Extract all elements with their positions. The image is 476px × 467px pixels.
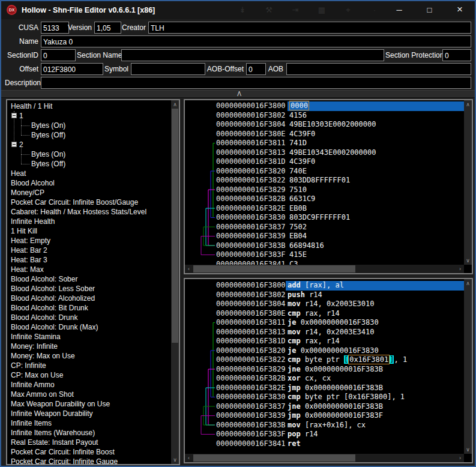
tree-item[interactable]: CP: Infinite xyxy=(11,361,46,370)
scroll-left-icon[interactable]: ‹ xyxy=(185,266,193,272)
tree-item[interactable]: Pocket Car Circuit: Infinite Gauge xyxy=(11,457,118,464)
hex-row[interactable]: 00000000016F383B66894816 xyxy=(185,241,464,251)
hex-row[interactable]: 00000000016F381349BE10343E0002000000 xyxy=(185,148,464,158)
asm-row[interactable]: 00000000016F3829jne 0x00000000016F383B xyxy=(185,365,464,375)
tree-item[interactable]: Blood Alcohol: Drunk xyxy=(11,313,77,322)
tree-item[interactable]: Pocket Car Circuit: Infinite Boost/Gauge xyxy=(11,197,138,207)
symbol-input[interactable] xyxy=(131,63,205,75)
version-input[interactable] xyxy=(94,22,121,34)
asm-row[interactable]: 00000000016F3800add [rax], al xyxy=(185,281,464,291)
tree-item[interactable]: 1 Hit Kill xyxy=(11,226,37,236)
hex-row[interactable]: 00000000016F38297510 xyxy=(185,185,464,195)
tree-collapse-box[interactable] xyxy=(11,113,17,118)
asm-row[interactable]: 00000000016F381Dcmp rax, r14 xyxy=(185,337,464,346)
tree-item[interactable]: Max Ammo on Shot xyxy=(11,390,74,399)
name-input[interactable] xyxy=(41,35,471,47)
tree-item[interactable]: Money: Infinite xyxy=(11,342,58,351)
aob-input[interactable] xyxy=(286,63,471,75)
hex-row[interactable]: 00000000016F3811741D xyxy=(185,139,464,148)
scroll-right-icon[interactable]: › xyxy=(456,266,464,272)
hex-row[interactable]: 00000000016F3822803DD8FFFFFF01 xyxy=(185,176,464,185)
scrollbar-thumb[interactable] xyxy=(193,454,355,462)
tree-item[interactable]: Blood Alcohol: Less Sober xyxy=(11,284,95,294)
scrollbar-thumb[interactable] xyxy=(172,109,178,343)
asm-vertical-scrollbar[interactable]: ∧ ∨ xyxy=(464,279,472,454)
hex-vertical-scrollbar[interactable]: ∧ ∨ xyxy=(464,100,472,265)
maximize-button[interactable]: □ xyxy=(416,2,444,20)
tree-item[interactable]: Heat xyxy=(11,169,26,178)
hex-row[interactable]: 00000000016F380449BE10303E0002000000 xyxy=(185,120,464,130)
hex-row[interactable]: 00000000016F383F415E xyxy=(185,250,464,260)
section-id-input[interactable] xyxy=(41,49,76,61)
tree-item[interactable]: Infinite Items xyxy=(11,418,52,428)
tree-item[interactable]: Blood Alcohol: Sober xyxy=(11,274,77,284)
asm-row[interactable]: 00000000016F3820je 0x00000000016F3830 xyxy=(185,346,464,356)
tree-item[interactable]: Infinite Items (Warehouse) xyxy=(11,428,95,438)
tree-item[interactable]: Blood Alcohol: Alcoholized xyxy=(11,294,95,303)
scroll-up-icon[interactable]: ∧ xyxy=(464,101,472,107)
tree-item[interactable]: Heat: Max xyxy=(11,265,44,274)
tree-item[interactable]: Bytes (On) xyxy=(31,149,65,159)
asm-row[interactable]: 00000000016F3822cmp byte ptr [0x16F3801]… xyxy=(185,355,464,365)
scroll-down-icon[interactable]: ∨ xyxy=(171,457,179,463)
tree-item[interactable]: Bytes (On) xyxy=(31,121,65,130)
tree-item[interactable]: Blood Alcohol xyxy=(11,178,55,188)
asm-row[interactable]: 00000000016F3804mov r14, 0x2003E3010 xyxy=(185,300,464,309)
asm-row[interactable]: 00000000016F383Fpop r14 xyxy=(185,430,464,439)
tree-item[interactable]: Heat: Bar 3 xyxy=(11,255,47,265)
tree-item[interactable]: Infinite Health xyxy=(11,217,55,226)
asm-horizontal-scrollbar[interactable]: ‹ › xyxy=(185,454,464,462)
creator-input[interactable] xyxy=(148,22,471,34)
hex-row[interactable]: 00000000016F381D4C39F0 xyxy=(185,157,464,167)
asm-row[interactable]: 00000000016F3811je 0x00000000016F3830 xyxy=(185,318,464,328)
minimize-button[interactable]: ─ xyxy=(385,2,413,20)
hex-row[interactable]: 00000000016F3830803DC9FFFFFF01 xyxy=(185,213,464,223)
asm-row[interactable]: 00000000016F383Bmov [rax+0x16], cx xyxy=(185,421,464,430)
tree-item[interactable]: Infinite Weapon Durability xyxy=(11,409,93,418)
tree-item[interactable]: Money: Max on Use xyxy=(11,351,75,361)
collapse-splitter-button[interactable]: Λ xyxy=(1,90,476,98)
asm-row[interactable]: 00000000016F3802push r14 xyxy=(185,291,464,300)
tree-item[interactable]: Bytes (Off) xyxy=(31,130,65,140)
tree-item[interactable]: Cabaret: Health / Max Hostess Stats/Leve… xyxy=(11,207,146,217)
scroll-right-icon[interactable]: › xyxy=(456,455,464,461)
tree-item[interactable]: Infinite Ammo xyxy=(11,380,55,390)
tree-item[interactable]: Money/CP xyxy=(11,188,44,197)
section-protection-input[interactable] xyxy=(442,49,471,61)
asm-row[interactable]: 00000000016F3841ret xyxy=(185,439,464,449)
hex-row[interactable]: 00000000016F382B6631C9 xyxy=(185,194,464,204)
asm-row[interactable]: 00000000016F3839jmp 0x00000000016F383F xyxy=(185,411,464,421)
description-input[interactable] xyxy=(41,77,471,89)
tree-item[interactable]: Heat: Empty xyxy=(11,236,50,246)
scroll-down-icon[interactable]: ∨ xyxy=(464,447,472,453)
cusa-input[interactable] xyxy=(41,22,69,34)
tree-item[interactable]: Blood Alcohol: Drunk (Max) xyxy=(11,322,98,332)
hex-row[interactable]: 00000000016F38000000 xyxy=(185,101,464,111)
asm-row[interactable]: 00000000016F3813mov r14, 0x2003E3410 xyxy=(185,328,464,337)
hex-horizontal-scrollbar[interactable]: ‹ › xyxy=(185,265,464,273)
tree-item[interactable]: Real Estate: Instant Payout xyxy=(11,438,98,447)
titlebar[interactable]: DX Hollow - Shn-File Editor v0.6.6.1 [x8… xyxy=(1,1,475,19)
asm-row[interactable]: 00000000016F380Ecmp rax, r14 xyxy=(185,309,464,319)
section-name-input[interactable] xyxy=(121,49,384,61)
tree-item[interactable]: Max Weapon Durability on Use xyxy=(11,399,110,409)
tree-item[interactable]: Bytes (Off) xyxy=(31,159,65,169)
tree-item[interactable]: CP: Max on Use xyxy=(11,370,63,380)
close-button[interactable]: × xyxy=(446,1,474,19)
hex-row[interactable]: 00000000016F380E4C39F0 xyxy=(185,130,464,139)
scroll-up-icon[interactable]: ∧ xyxy=(171,101,179,107)
asm-row[interactable]: 00000000016F382Ejmp 0x00000000016F383B xyxy=(185,384,464,393)
hex-row[interactable]: 00000000016F3841C3 xyxy=(185,260,464,265)
scroll-left-icon[interactable]: ‹ xyxy=(185,455,193,461)
hex-row[interactable]: 00000000016F3820740E xyxy=(185,167,464,176)
scrollbar-thumb[interactable] xyxy=(193,265,355,273)
hex-row[interactable]: 00000000016F382EEB0B xyxy=(185,204,464,214)
tree-item[interactable]: Infinite Stamina xyxy=(11,332,61,342)
hex-row[interactable]: 00000000016F3839EB04 xyxy=(185,232,464,241)
tree-collapse-box[interactable] xyxy=(11,142,17,147)
hex-row[interactable]: 00000000016F38024156 xyxy=(185,111,464,121)
tree-item[interactable]: Health / 1 Hit xyxy=(11,101,52,111)
asm-row[interactable]: 00000000016F3837jne 0x00000000016F383B xyxy=(185,402,464,412)
scroll-down-icon[interactable]: ∨ xyxy=(464,258,472,264)
tree-item[interactable]: Blood Alcohol: Bit Drunk xyxy=(11,303,88,313)
